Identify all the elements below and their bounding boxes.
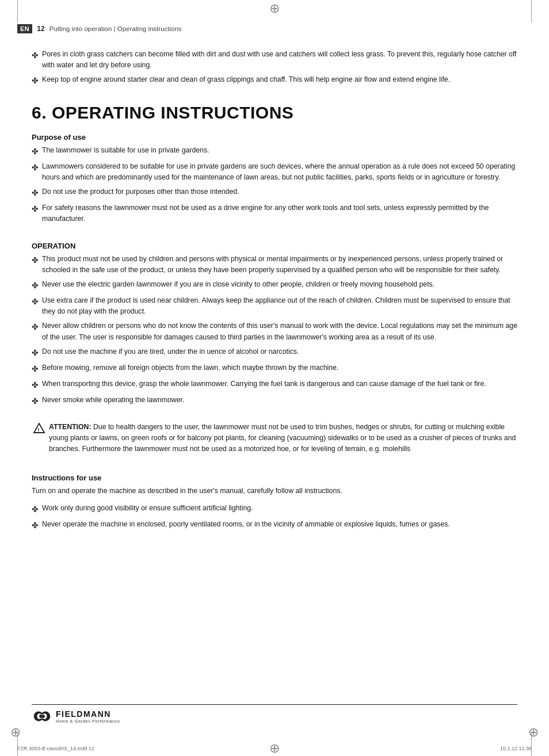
purpose-bullet-text-0: The lawnmower is suitable for use in pri… [42,145,517,156]
operation-bullet-5: ✤ Before mowing, remove all foreign obje… [32,362,517,375]
attention-text: ATTENTION: Due to health dangers to the … [49,422,517,455]
warning-triangle-icon: ! [33,422,49,437]
top-border-left [17,0,18,23]
purpose-bullet-icon-2: ✤ [32,187,42,199]
intro-bullet-2: ✤ Keep top of engine around starter clea… [32,74,517,87]
section-title: 6. OPERATING INSTRUCTIONS [32,103,517,123]
bullet-icon-1: ✤ [32,49,42,62]
page-number: 12 [37,25,44,33]
footer-logo-bar: FIELDMANN Home & Garden Performance [32,704,517,724]
operation-bullet-0: ✤ This product must not be used by child… [32,254,517,276]
svg-text:!: ! [38,426,40,432]
attention-label: ATTENTION: [49,423,92,431]
op-bullet-text-4: Do not use the machine if you are tired,… [42,346,517,357]
op-bullet-text-5: Before mowing, remove all foreign object… [42,362,517,373]
purpose-bullet-0: ✤ The lawnmower is suitable for use in p… [32,145,517,158]
operation-bullet-7: ✤ Never smoke while operating the lawnmo… [32,395,517,407]
instr-bullet-text-0: Work only during good visibility or ensu… [42,503,517,514]
footer-right-text: 10.1.12 11:36 [500,746,532,751]
op-bullet-text-1: Never use the electric garden lawnmower … [42,279,517,290]
purpose-heading: Purpose of use [32,133,517,142]
purpose-bullet-1: ✤ Lawnmowers considered to be suitable f… [32,161,517,183]
purpose-bullet-icon-0: ✤ [32,146,42,158]
op-bullet-icon-0: ✤ [32,254,42,266]
op-bullet-icon-2: ✤ [32,296,42,308]
breadcrumb: Putting into operation | Operating instr… [49,25,182,32]
fieldmann-logo-icon [32,708,52,724]
op-bullet-icon-7: ✤ [32,395,42,407]
instructions-heading: Instructions for use [32,474,517,482]
top-border-right [531,0,532,23]
operation-bullet-2: ✤ Use extra care if the product is used … [32,295,517,317]
lang-badge: EN [17,24,32,33]
attention-box: ! ATTENTION: Due to health dangers to th… [32,422,517,455]
main-content: ✤ Pores in cloth grass catchers can beco… [32,49,517,535]
purpose-bullet-icon-1: ✤ [32,162,42,174]
op-bullet-text-3: Never allow children or persons who do n… [42,320,517,342]
bullet-icon-2: ✤ [32,75,42,87]
instructions-intro: Turn on and operate the machine as descr… [32,486,517,497]
op-bullet-icon-4: ✤ [32,347,42,359]
attention-body: Due to health dangers to the user, the l… [49,423,516,453]
op-bullet-icon-3: ✤ [32,321,42,333]
header: EN 12 Putting into operation | Operating… [17,24,532,33]
instructions-bullet-0: ✤ Work only during good visibility or en… [32,503,517,516]
operation-bullet-4: ✤ Do not use the machine if you are tire… [32,346,517,359]
op-bullet-text-2: Use extra care if the product is used ne… [42,295,517,317]
footer-left-text: FZR 3003-B navodA5_14.indd 12 [17,746,94,751]
operation-heading: OPERATION [32,242,517,250]
op-bullet-icon-1: ✤ [32,280,42,292]
instr-bullet-icon-1: ✤ [32,520,42,532]
operation-bullet-3: ✤ Never allow children or persons who do… [32,320,517,342]
operation-bullet-1: ✤ Never use the electric garden lawnmowe… [32,279,517,292]
op-bullet-icon-6: ✤ [32,379,42,391]
op-bullet-text-7: Never smoke while operating the lawnmowe… [42,395,517,406]
logo-area: FIELDMANN Home & Garden Performance [32,708,120,724]
operation-bullet-6: ✤ When transporting this device, grasp t… [32,379,517,391]
purpose-bullet-3: ✤ For safety reasons the lawnmower must … [32,203,517,224]
purpose-of-use-section: Purpose of use ✤ The lawnmower is suitab… [32,133,517,224]
intro-bullet-2-text: Keep top of engine around starter clear … [42,74,517,85]
instr-bullet-icon-0: ✤ [32,503,42,516]
purpose-bullet-icon-3: ✤ [32,203,42,215]
crosshair-top-icon: ⊕ [267,1,282,16]
instructions-bullet-1: ✤ Never operate the machine in enclosed,… [32,519,517,532]
logo-name: FIELDMANN [56,709,120,719]
op-bullet-icon-5: ✤ [32,363,42,375]
crosshair-bottom-center-icon: ⊕ [269,742,280,755]
op-bullet-text-6: When transporting this device, grasp the… [42,379,517,390]
intro-bullet-1: ✤ Pores in cloth grass catchers can beco… [32,49,517,71]
operation-section: OPERATION ✤ This product must not be use… [32,242,517,407]
crosshair-bottom-right-icon: ⊕ [528,726,539,739]
purpose-bullet-2: ✤ Do not use the product for purposes ot… [32,186,517,199]
purpose-bullet-text-2: Do not use the product for purposes othe… [42,186,517,197]
instr-bullet-text-1: Never operate the machine in enclosed, p… [42,519,517,530]
intro-bullet-1-text: Pores in cloth grass catchers can become… [42,49,517,71]
purpose-bullet-text-1: Lawnmowers considered to be suitable for… [42,161,517,183]
instructions-for-use-section: Instructions for use Turn on and operate… [32,474,517,532]
purpose-bullet-text-3: For safety reasons the lawnmower must no… [42,203,517,224]
op-bullet-text-0: This product must not be used by childre… [42,254,517,276]
page: ⊕ EN 12 Putting into operation | Operati… [0,0,549,756]
intro-bullets: ✤ Pores in cloth grass catchers can beco… [32,49,517,87]
crosshair-bottom-left-icon: ⊕ [10,726,21,739]
logo-subtitle: Home & Garden Performance [56,719,120,724]
